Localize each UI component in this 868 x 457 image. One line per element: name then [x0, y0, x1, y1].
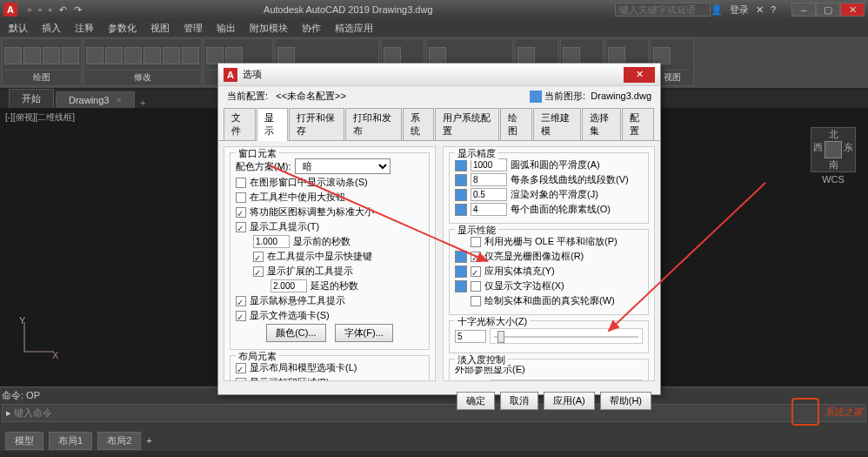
viewcube-north[interactable]: 北	[811, 128, 855, 141]
trim-icon[interactable]	[124, 47, 142, 64]
ribbon-tab[interactable]: 默认	[3, 22, 33, 35]
file-tabs-checkbox[interactable]	[236, 311, 246, 321]
resize-icons-checkbox[interactable]	[236, 207, 246, 218]
color-scheme-select[interactable]: 暗	[295, 158, 391, 174]
ribbon-tab[interactable]: 注释	[70, 22, 99, 35]
apply-button[interactable]: 应用(A)	[544, 392, 595, 410]
add-tab-icon[interactable]: +	[140, 97, 145, 108]
help-button[interactable]: 帮助(H)	[600, 392, 651, 410]
text-frame-checkbox[interactable]	[471, 281, 481, 292]
print-area-checkbox[interactable]	[236, 378, 246, 382]
pan-zoom-checkbox[interactable]	[471, 237, 481, 247]
viewcube-east[interactable]: 东	[844, 141, 853, 158]
viewcube-wcs[interactable]: WCS	[811, 174, 855, 185]
start-tab[interactable]: 开始	[9, 89, 54, 108]
ribbon-tab[interactable]: 管理	[178, 22, 208, 35]
ok-button[interactable]: 确定	[457, 392, 495, 410]
user-icon[interactable]: 👤	[711, 4, 723, 16]
layer-icon[interactable]	[277, 47, 295, 64]
tooltips-checkbox[interactable]	[236, 222, 246, 232]
props-icon[interactable]	[429, 47, 446, 64]
ribbon-tab[interactable]: 协作	[297, 22, 326, 35]
tab-user-pref[interactable]: 用户系统配置	[435, 108, 499, 140]
layout1-tab[interactable]: 布局1	[49, 432, 92, 450]
close-button[interactable]: ✕	[840, 3, 865, 17]
ext-tooltips-checkbox[interactable]	[253, 266, 264, 277]
open-icon[interactable]: ▫	[38, 4, 42, 16]
tab-display[interactable]: 显示	[257, 108, 289, 141]
scrollbars-checkbox[interactable]	[236, 178, 246, 188]
rollover-checkbox[interactable]	[236, 296, 246, 306]
help-icon[interactable]: ?	[771, 4, 776, 15]
tooltip-delay-input[interactable]	[253, 235, 290, 248]
polyline-icon[interactable]	[23, 47, 41, 64]
viewcube-west[interactable]: 西	[813, 141, 823, 158]
help-search-input[interactable]	[615, 3, 711, 17]
rotate-icon[interactable]	[105, 47, 123, 64]
viewcube-top[interactable]	[825, 141, 842, 158]
crosshair-size-slider[interactable]	[490, 328, 643, 344]
tab-open-save[interactable]: 打开和保存	[289, 108, 344, 140]
undo-icon[interactable]: ↶	[59, 4, 67, 16]
save-icon[interactable]: ▫	[49, 4, 52, 16]
drawing-tab[interactable]: Drawing3×	[56, 91, 135, 108]
dialog-close-button[interactable]: ✕	[624, 67, 655, 83]
arc-icon[interactable]	[62, 47, 79, 64]
tab-drafting[interactable]: 绘图	[500, 108, 532, 140]
insert-icon[interactable]	[384, 47, 401, 64]
polyline-segs-input[interactable]	[471, 173, 507, 186]
ext-delay-input[interactable]	[270, 279, 307, 292]
model-tab[interactable]: 模型	[5, 432, 43, 450]
text-icon[interactable]	[206, 47, 224, 64]
surface-lines-input[interactable]	[471, 203, 507, 216]
solid-fill-checkbox[interactable]	[471, 266, 481, 277]
ribbon-tab[interactable]: 插入	[37, 22, 66, 35]
cancel-button[interactable]: 取消	[500, 392, 538, 410]
line-icon[interactable]	[4, 47, 22, 64]
viewcube-south[interactable]: 南	[811, 158, 855, 171]
copy-icon[interactable]	[144, 47, 161, 64]
tab-plot[interactable]: 打印和发布	[345, 108, 401, 140]
redo-icon[interactable]: ↷	[74, 4, 82, 16]
minimize-button[interactable]: –	[791, 3, 816, 17]
login-link[interactable]: 登录	[730, 3, 749, 17]
xref-fade-input[interactable]	[455, 381, 486, 382]
render-smooth-input[interactable]	[471, 188, 507, 201]
exchange-icon[interactable]: ✕	[756, 4, 764, 16]
viewport-label[interactable]: [-][俯视][二维线框]	[5, 111, 75, 124]
ribbon-tab[interactable]: 参数化	[103, 22, 142, 35]
fonts-button[interactable]: 字体(F)...	[335, 324, 393, 342]
layout-tabs-checkbox[interactable]	[236, 363, 246, 373]
tab-3d[interactable]: 三维建模	[533, 108, 581, 140]
circle-icon[interactable]	[43, 47, 60, 64]
tab-system[interactable]: 系统	[403, 108, 435, 140]
crosshair-size-input[interactable]	[455, 330, 486, 343]
shortcut-keys-checkbox[interactable]	[253, 252, 264, 262]
add-layout-icon[interactable]: +	[146, 435, 151, 446]
arc-smoothness-input[interactable]	[471, 158, 507, 171]
paste-icon[interactable]	[608, 47, 625, 64]
tab-file[interactable]: 文件	[224, 108, 256, 140]
view-icon[interactable]	[653, 47, 671, 64]
move-icon[interactable]	[86, 47, 103, 64]
colors-button[interactable]: 颜色(C)...	[266, 324, 325, 342]
ribbon-tab[interactable]: 输出	[211, 22, 241, 35]
mirror-icon[interactable]	[163, 47, 180, 64]
large-buttons-checkbox[interactable]	[236, 192, 246, 203]
ribbon-tab[interactable]: 附加模块	[244, 22, 293, 35]
ribbon-tab[interactable]: 视图	[145, 22, 175, 35]
measure-icon[interactable]	[563, 47, 580, 64]
dialog-titlebar[interactable]: A 选项 ✕	[218, 64, 660, 86]
highlight-frame-checkbox[interactable]	[471, 252, 481, 262]
true-silhouette-checkbox[interactable]	[471, 296, 481, 306]
maximize-button[interactable]: ▢	[816, 3, 840, 17]
viewcube[interactable]: 北 西东 南 WCS	[811, 127, 856, 172]
group-icon[interactable]	[517, 47, 535, 64]
tab-profiles[interactable]: 配置	[622, 108, 654, 140]
tab-selection[interactable]: 选择集	[582, 108, 622, 140]
layout2-tab[interactable]: 布局2	[97, 432, 141, 450]
ribbon-tab[interactable]: 精选应用	[330, 22, 378, 35]
dim-icon[interactable]	[225, 47, 243, 64]
scale-icon[interactable]	[182, 47, 199, 64]
new-icon[interactable]: ▫	[28, 4, 31, 16]
